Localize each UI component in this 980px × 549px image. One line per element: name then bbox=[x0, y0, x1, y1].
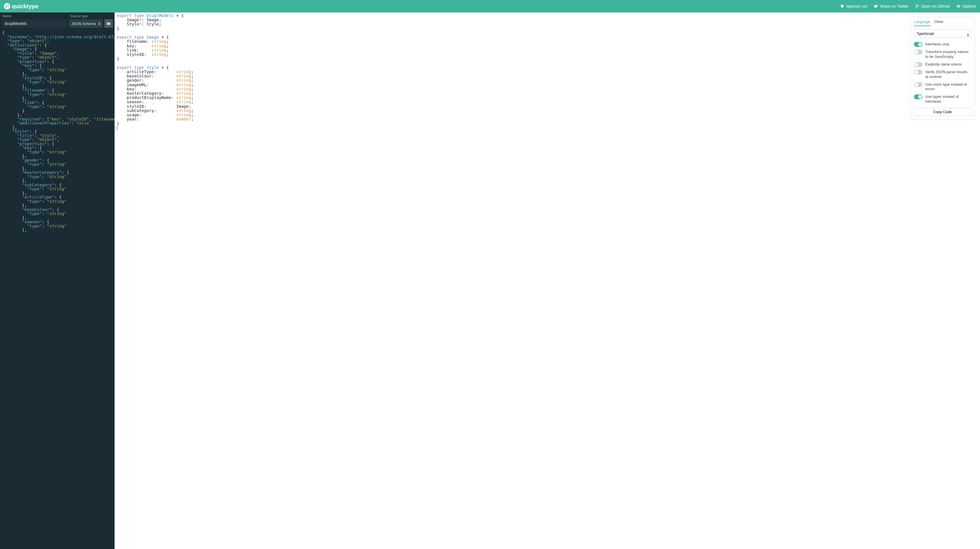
option-toggles: Interfaces onlyTransform property names … bbox=[914, 41, 971, 105]
github-link[interactable]: Open on GitHub bbox=[915, 4, 950, 8]
source-inputs: JSON Schema ▴▾ bbox=[0, 19, 115, 30]
option-row: Use union type instead of enum bbox=[914, 81, 971, 93]
option-row: Explicitly name unions bbox=[914, 61, 971, 68]
option-label: Transform property names to be JavaScrip… bbox=[925, 49, 971, 59]
output-code[interactable]: export type DcuplModels = { Image?: Imag… bbox=[115, 13, 980, 131]
name-label: Name bbox=[0, 13, 68, 19]
twitter-link[interactable]: Share on Twitter bbox=[873, 4, 909, 8]
option-toggle[interactable] bbox=[914, 49, 923, 54]
option-toggle[interactable] bbox=[914, 42, 923, 47]
options-card: Language Other TypeScript ▴▾ Interfaces … bbox=[910, 17, 975, 120]
source-panel: Name Source type JSON Schema ▴▾ { "$sche… bbox=[0, 13, 115, 549]
source-editor[interactable]: { "$schema": "http://json-schema.org/dra… bbox=[0, 30, 115, 549]
option-toggle[interactable] bbox=[914, 82, 923, 87]
copy-code-button[interactable]: Copy Code bbox=[914, 108, 971, 116]
output-panel: export type DcuplModels = { Image?: Imag… bbox=[115, 13, 980, 549]
option-row: Transform property names to be JavaScrip… bbox=[914, 48, 971, 61]
sponsor-label: Sponsor us! bbox=[846, 4, 867, 8]
source-type-select-wrap: JSON Schema ▴▾ bbox=[69, 19, 103, 28]
heart-icon bbox=[840, 4, 845, 8]
option-row: Verify JSON.parse results at runtime bbox=[914, 68, 971, 81]
option-toggle[interactable] bbox=[914, 94, 923, 99]
brand-name: quicktype bbox=[12, 3, 38, 10]
folder-icon bbox=[107, 21, 111, 26]
open-folder-button[interactable] bbox=[104, 19, 113, 28]
source-header: Name Source type bbox=[0, 13, 115, 19]
language-select[interactable]: TypeScript bbox=[914, 29, 971, 38]
source-type-label: Source type bbox=[68, 13, 115, 19]
main-area: Name Source type JSON Schema ▴▾ { "$sche… bbox=[0, 13, 980, 549]
option-label: Use union type instead of enum bbox=[925, 82, 971, 92]
options-body: TypeScript ▴▾ Interfaces onlyTransform p… bbox=[910, 26, 975, 119]
option-toggle[interactable] bbox=[914, 62, 923, 67]
twitter-icon bbox=[873, 4, 878, 8]
sponsor-link[interactable]: Sponsor us! bbox=[840, 4, 867, 8]
option-label: Explicitly name unions bbox=[925, 62, 971, 67]
github-label: Open on GitHub bbox=[921, 4, 950, 8]
logo-icon: QT bbox=[4, 3, 10, 10]
source-type-select[interactable]: JSON Schema bbox=[69, 19, 103, 28]
tab-language[interactable]: Language bbox=[914, 19, 931, 26]
option-label: Interfaces only bbox=[925, 42, 971, 47]
option-row: Interfaces only bbox=[914, 41, 971, 48]
option-toggle[interactable] bbox=[914, 70, 923, 75]
options-tabs: Language Other bbox=[910, 17, 975, 26]
twitter-label: Share on Twitter bbox=[880, 4, 909, 8]
options-link[interactable]: Options bbox=[956, 4, 976, 8]
language-select-wrap: TypeScript ▴▾ bbox=[914, 29, 971, 41]
name-input[interactable] bbox=[2, 19, 67, 28]
git-branch-icon bbox=[915, 4, 920, 8]
tab-other[interactable]: Other bbox=[934, 19, 944, 26]
app-header: QT quicktype Sponsor us! Share on Twitte… bbox=[0, 0, 980, 13]
brand-logo: QT quicktype bbox=[4, 3, 38, 10]
header-links: Sponsor us! Share on Twitter Open on Git… bbox=[840, 4, 976, 8]
options-label: Options bbox=[963, 4, 976, 8]
eye-icon bbox=[956, 4, 961, 8]
option-label: Verify JSON.parse results at runtime bbox=[925, 70, 971, 80]
option-label: Use types instead of interfaces bbox=[925, 94, 971, 104]
option-row: Use types instead of interfaces bbox=[914, 93, 971, 105]
